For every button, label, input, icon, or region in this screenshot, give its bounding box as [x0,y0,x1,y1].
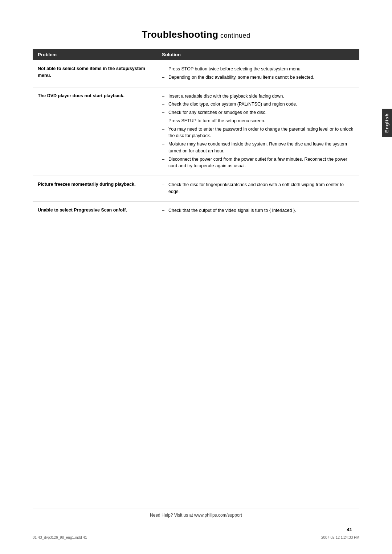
problem-text: Unable to select Progressive Scan on/off… [38,208,127,213]
page-footer: Need Help? Visit us at www.philips.com/s… [33,509,359,518]
footer-meta: 01-43_dvp3126_98_eng1.indd 41 2007-02-12… [33,535,359,539]
page-container: English Troubleshooting continued Proble… [0,0,392,554]
footer-meta-right: 2007-02-12 1:24:33 PM [321,535,359,539]
footer-help-text: Need Help? Visit us at www.philips.com/s… [150,513,242,518]
problem-text: The DVD player does not start playback. [38,93,124,98]
problem-cell: Unable to select Progressive Scan on/off… [33,201,157,220]
col-header-solution: Solution [157,49,359,60]
table-row: Picture freezes momentarily during playb… [33,176,359,202]
solution-item: Press SETUP to turn off the setup menu s… [162,117,354,126]
problem-text: Picture freezes momentarily during playb… [38,182,136,187]
footer-meta-left: 01-43_dvp3126_98_eng1.indd 41 [33,535,87,539]
solution-item: Insert a readable disc with the playback… [162,93,354,101]
problem-text: Not able to select some items in the set… [38,66,145,78]
page-number: 41 [347,527,352,532]
english-tab: English [382,109,392,137]
margin-line-left [40,22,40,525]
title-main: Troubleshooting [142,29,218,40]
table-row: Not able to select some items in the set… [33,60,359,87]
solution-item: Disconnect the power cord from the power… [162,156,354,171]
table-row: Unable to select Progressive Scan on/off… [33,201,359,220]
solution-item: Press STOP button twice before selecting… [162,65,354,74]
col-header-problem: Problem [33,49,157,60]
solution-cell: Insert a readable disc with the playback… [157,87,359,176]
solution-item: Check the disc type, color system (PAL/N… [162,100,354,109]
solution-cell: Press STOP button twice before selecting… [157,60,359,87]
solution-item: Depending on the disc availability, some… [162,74,354,82]
title-suffix: continued [219,32,250,39]
troubleshoot-table: Problem Solution Not able to select some… [33,49,359,220]
table-row: The DVD player does not start playback.I… [33,87,359,176]
problem-cell: The DVD player does not start playback. [33,87,157,176]
problem-cell: Picture freezes momentarily during playb… [33,176,157,202]
solution-item: You may need to enter the password in or… [162,126,354,141]
solution-item: Moisture may have condensed inside the s… [162,140,354,156]
page-title: Troubleshooting continued [33,29,359,40]
solution-item: Check that the output of the video signa… [162,207,354,215]
problem-cell: Not able to select some items in the set… [33,60,157,87]
solution-item: Check the disc for fingerprint/scratches… [162,181,354,196]
solution-cell: Check that the output of the video signa… [157,201,359,220]
solution-cell: Check the disc for fingerprint/scratches… [157,176,359,202]
solution-item: Check for any scratches or smudges on th… [162,109,354,117]
